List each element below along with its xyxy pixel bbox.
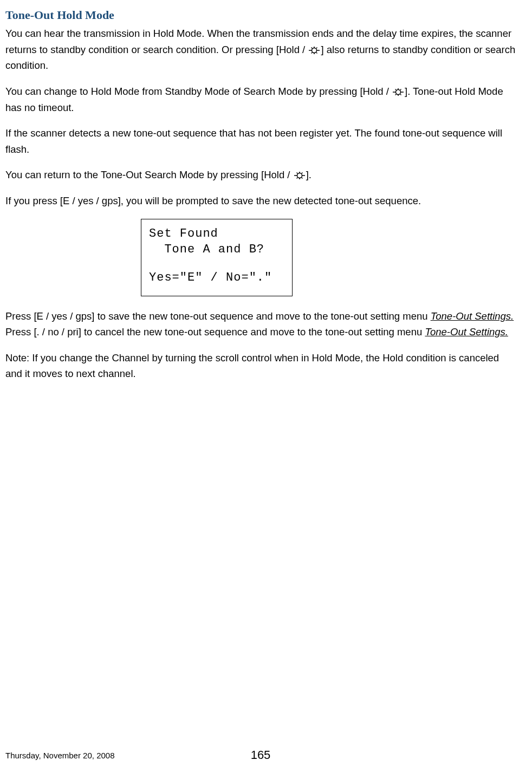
p6-text-b: Press [. / no / pri] to cancel the new t…	[5, 326, 425, 337]
svg-line-5	[312, 47, 313, 48]
paragraph-6: Press [E / yes / gps] to save the new to…	[5, 308, 516, 340]
hold-key-icon	[308, 46, 320, 55]
svg-line-24	[301, 173, 302, 174]
lcd-line-1: Set Found	[149, 226, 284, 242]
paragraph-5: If you press [E / yes / gps], you will b…	[5, 193, 516, 209]
paragraph-4: You can return to the Tone-Out Search Mo…	[5, 167, 516, 183]
paragraph-1: You can hear the transmission in Hold Mo…	[5, 25, 516, 74]
p4-text-a: You can return to the Tone-Out Search Mo…	[5, 169, 293, 180]
footer-page-number: 165	[251, 745, 271, 764]
section-heading: Tone-Out Hold Mode	[5, 5, 516, 24]
svg-line-16	[395, 94, 397, 95]
link-tone-out-settings-1[interactable]: Tone-Out Settings.	[431, 310, 514, 322]
svg-line-7	[312, 52, 313, 53]
p2-text-a: You can change to Hold Mode from Standby…	[5, 86, 392, 97]
paragraph-7: Note: If you change the Channel by turni…	[5, 350, 516, 382]
p4-text-b: ].	[306, 169, 312, 180]
link-tone-out-settings-2[interactable]: Tone-Out Settings.	[425, 326, 508, 337]
hold-key-icon	[392, 87, 404, 97]
svg-line-14	[395, 89, 397, 90]
svg-line-25	[296, 178, 297, 179]
svg-line-17	[400, 94, 401, 95]
paragraph-3: If the scanner detects a new tone-out se…	[5, 125, 516, 157]
svg-line-15	[400, 89, 401, 90]
svg-point-10	[396, 90, 401, 95]
footer-date: Thursday, November 20, 2008	[5, 749, 115, 762]
svg-line-23	[296, 173, 297, 174]
lcd-line-3: Yes="E" / No="."	[149, 270, 284, 286]
lcd-line-2: Tone A and B?	[149, 242, 284, 258]
svg-point-1	[312, 48, 317, 53]
p6-text-a: Press [E / yes / gps] to save the new to…	[5, 310, 431, 322]
svg-line-8	[316, 52, 317, 53]
lcd-display-box: Set Found Tone A and B? Yes="E" / No="."	[141, 219, 293, 296]
svg-line-6	[316, 47, 317, 48]
hold-key-icon	[294, 171, 306, 180]
lcd-blank-line	[149, 258, 284, 270]
paragraph-2: You can change to Hold Mode from Standby…	[5, 83, 516, 115]
svg-line-26	[301, 178, 302, 179]
svg-point-19	[297, 173, 302, 178]
